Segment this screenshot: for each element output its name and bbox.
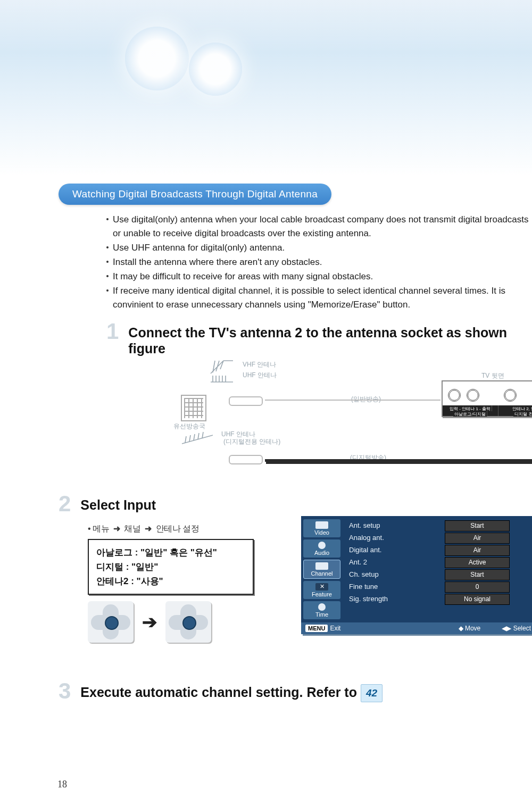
page-number: 18 <box>57 779 67 790</box>
channel-icon <box>315 562 328 570</box>
tv-back-panel: 입력 - 안테나 1 - 출력아날로그/디지털 안테나 2, 입력디지털 전용 <box>442 380 532 417</box>
osd-label: Sig. strength <box>349 594 445 606</box>
osd-row[interactable]: Fine tune0 <box>349 581 531 594</box>
osd-tab-channel[interactable]: Channel <box>303 560 340 579</box>
menu-path-token: 안테나 설정 <box>156 524 199 533</box>
label-vhf-antenna: VHF 안테나 <box>243 360 276 369</box>
bullet-icon <box>106 275 109 277</box>
bullet-icon <box>106 261 109 263</box>
osd-value: Start <box>445 520 510 531</box>
osd-value: Start <box>445 569 510 580</box>
feature-icon: ✕ <box>315 583 328 591</box>
port-icon <box>448 389 461 402</box>
osd-value: Active <box>445 557 510 568</box>
dandelion-graphic <box>189 43 242 96</box>
osd-row[interactable]: Analog ant.Air <box>349 533 531 545</box>
osd-row[interactable]: Ch. setupStart <box>349 569 531 581</box>
menu-path-token: • 메뉴 <box>88 524 109 533</box>
cable-line <box>265 400 440 401</box>
osd-tab-time[interactable]: Time <box>303 601 340 619</box>
step-number: 1 <box>106 321 119 356</box>
osd-label: Ant. 2 <box>349 557 445 569</box>
arrow-icon: ➜ <box>113 524 120 533</box>
osd-sidebar: Video Audio Channel ✕Feature Time <box>301 516 343 622</box>
step-3: 3 Execute automatic channel setting. Ref… <box>59 681 527 702</box>
section-title-pill: Watching Digital Broadcasts Through Digi… <box>59 184 331 205</box>
video-icon <box>315 521 328 529</box>
osd-label: Fine tune <box>349 581 445 594</box>
list-text: It may be difficult to receive for areas… <box>113 270 373 284</box>
label-uhf-antenna: UHF 안테나 <box>243 371 277 380</box>
osd-value: Air <box>445 545 510 556</box>
step-number: 3 <box>59 681 71 702</box>
connector-icon <box>229 455 263 464</box>
connector-icon <box>229 396 263 406</box>
page-ref-tag: 42 <box>361 684 383 702</box>
osd-tab-audio[interactable]: Audio <box>303 539 340 558</box>
list-item: Install the antenna where there aren't a… <box>106 255 532 269</box>
thick-cable-bottom <box>265 459 532 462</box>
dpad-icon <box>165 601 211 643</box>
osd-select-hint: ◀▶ Select <box>502 625 531 632</box>
osd-exit-hint: MENUExit <box>305 625 340 632</box>
osd-footer: MENUExit ◆ Move ◀▶ Select <box>301 622 532 634</box>
osd-tab-feature[interactable]: ✕Feature <box>303 581 340 599</box>
menu-path-token: 채널 <box>124 524 140 533</box>
port-icon <box>467 389 479 402</box>
step-title: Execute automatic channel setting. Refer… <box>80 681 383 702</box>
osd-value: No signal <box>445 594 510 605</box>
label-tv-back: TV 뒷면 <box>481 371 504 380</box>
content-area: Use digital(only) antenna when your loca… <box>106 213 532 471</box>
osd-tab-video[interactable]: Video <box>303 519 340 537</box>
step-number: 2 <box>59 494 71 514</box>
list-item: It may be difficult to receive for areas… <box>106 270 532 284</box>
antenna-icon <box>181 431 213 446</box>
bullet-icon <box>106 218 109 220</box>
dpad-icon <box>88 601 134 643</box>
tv-osd-menu: Video Audio Channel ✕Feature Time Ant. s… <box>301 516 532 634</box>
arrow-icon: ➜ <box>145 524 152 533</box>
osd-value: 0 <box>445 581 510 593</box>
osd-row[interactable]: Ant. setupStart <box>349 520 531 533</box>
antenna-icon <box>210 371 234 385</box>
step-title: Select Input <box>80 494 156 514</box>
step-title: Connect the TV's antenna 2 to the antenn… <box>128 321 532 356</box>
label-cable-station: 유선방송국 <box>173 422 205 431</box>
osd-label: Analog ant. <box>349 533 445 545</box>
osd-list: Ant. setupStart Analog ant.Air Digital a… <box>343 516 532 622</box>
dandelion-graphic <box>125 27 189 90</box>
osd-row[interactable]: Digital ant.Air <box>349 545 531 557</box>
bullet-list: Use digital(only) antenna when your loca… <box>106 213 532 312</box>
osd-move-hint: ◆ Move <box>459 625 481 632</box>
settings-line: 디지털 : "일반" <box>96 560 245 574</box>
port-icon <box>504 389 517 402</box>
antenna-diagram: VHF 안테나 UHF 안테나 유선방송국 (일반방송) TV 뒷면 입력 - … <box>170 362 532 471</box>
audio-icon <box>318 542 326 549</box>
settings-line: 안테나2 : "사용" <box>96 574 245 588</box>
list-text: If receive many identical digital channe… <box>113 284 532 312</box>
time-icon <box>318 603 326 611</box>
list-item: Use UHF antenna for digital(only) antenn… <box>106 241 532 255</box>
bullet-icon <box>106 289 109 292</box>
menu-button-icon: MENU <box>305 625 328 632</box>
osd-row[interactable]: Ant. 2Active <box>349 557 531 569</box>
hero-banner <box>0 0 532 176</box>
building-icon <box>181 395 206 421</box>
list-item: Use digital(only) antenna when your loca… <box>106 213 532 240</box>
bullet-icon <box>106 246 109 248</box>
step-title-text: Execute automatic channel setting. Refer… <box>80 685 357 700</box>
settings-line: 아날로그 : "일반" 혹은 "유선" <box>96 545 245 560</box>
settings-text-box: 아날로그 : "일반" 혹은 "유선" 디지털 : "일반" 안테나2 : "사… <box>88 539 254 595</box>
thick-cable <box>266 414 532 464</box>
list-text: Use digital(only) antenna when your loca… <box>113 213 532 240</box>
osd-label: Ant. setup <box>349 520 445 533</box>
step-1: 1 Connect the TV's antenna 2 to the ante… <box>106 321 532 356</box>
list-item: If receive many identical digital channe… <box>106 284 532 312</box>
osd-value: Air <box>445 533 510 544</box>
big-arrow-icon: ➔ <box>142 611 157 633</box>
list-text: Install the antenna where there aren't a… <box>113 255 322 269</box>
osd-label: Ch. setup <box>349 569 445 581</box>
osd-row[interactable]: Sig. strengthNo signal <box>349 594 531 606</box>
osd-label: Digital ant. <box>349 545 445 557</box>
list-text: Use UHF antenna for digital(only) antenn… <box>113 241 285 255</box>
